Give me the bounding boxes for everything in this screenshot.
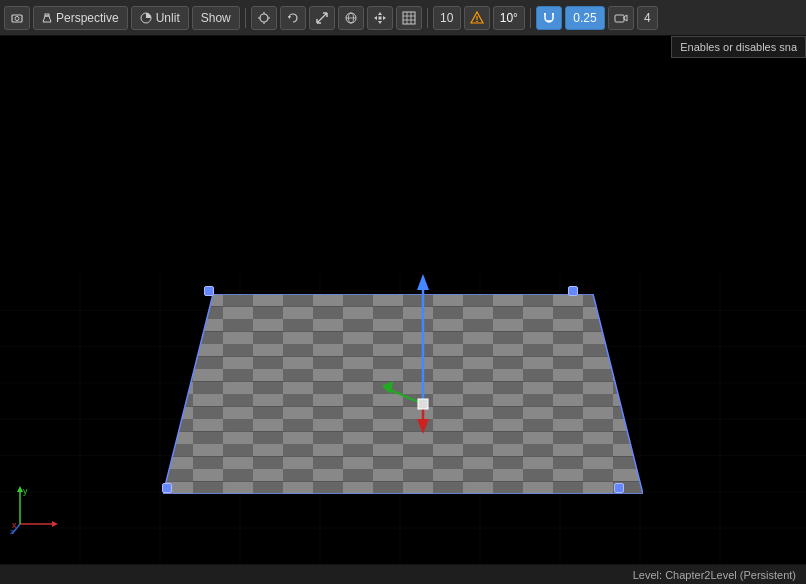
camera2-icon-btn[interactable] bbox=[608, 6, 634, 30]
svg-marker-62 bbox=[417, 419, 429, 434]
snap-icon-btn[interactable] bbox=[536, 6, 562, 30]
svg-rect-35 bbox=[615, 15, 624, 22]
separator-3 bbox=[530, 8, 531, 28]
separator-2 bbox=[427, 8, 428, 28]
corner-handle-tl[interactable] bbox=[204, 286, 214, 296]
show-button[interactable]: Show bbox=[192, 6, 240, 30]
viewport[interactable]: x y z bbox=[0, 36, 806, 564]
perspective-button[interactable]: Perspective bbox=[33, 6, 128, 30]
svg-marker-22 bbox=[383, 16, 386, 20]
transform-gizmo[interactable] bbox=[383, 274, 463, 434]
world-icon-btn[interactable] bbox=[338, 6, 364, 30]
snap-value-text: 0.25 bbox=[573, 11, 596, 25]
grid-icon-btn[interactable] bbox=[396, 6, 422, 30]
svg-point-5 bbox=[260, 14, 268, 22]
svg-marker-21 bbox=[374, 16, 377, 20]
snap-value[interactable]: 0.25 bbox=[565, 6, 605, 30]
svg-line-11 bbox=[317, 13, 327, 23]
svg-rect-24 bbox=[403, 12, 415, 24]
level-label: Level: Chapter2Level (Persistent) bbox=[633, 569, 796, 581]
transform-icon-btn[interactable] bbox=[251, 6, 277, 30]
svg-rect-65 bbox=[418, 399, 428, 409]
angle-value: 10° bbox=[500, 11, 518, 25]
scale-icon-btn[interactable] bbox=[309, 6, 335, 30]
grid-count[interactable]: 10 bbox=[433, 6, 461, 30]
grid-count-value: 10 bbox=[440, 11, 453, 25]
count-text: 4 bbox=[644, 11, 651, 25]
svg-point-1 bbox=[15, 16, 19, 20]
axis-indicator: x y z bbox=[10, 484, 60, 534]
count-value[interactable]: 4 bbox=[637, 6, 658, 30]
svg-marker-2 bbox=[43, 16, 51, 22]
unlit-label: Unlit bbox=[156, 11, 180, 25]
svg-marker-67 bbox=[52, 521, 58, 527]
corner-handle-bl[interactable] bbox=[162, 483, 172, 493]
separator-1 bbox=[245, 8, 246, 28]
svg-marker-19 bbox=[378, 12, 382, 15]
svg-marker-20 bbox=[378, 21, 382, 24]
svg-rect-23 bbox=[378, 16, 381, 19]
svg-rect-3 bbox=[45, 14, 49, 16]
show-label: Show bbox=[201, 11, 231, 25]
rotate-icon-btn[interactable] bbox=[280, 6, 306, 30]
move2-icon-btn[interactable] bbox=[367, 6, 393, 30]
svg-text:y: y bbox=[23, 486, 28, 496]
unlit-button[interactable]: Unlit bbox=[131, 6, 189, 30]
toolbar: Perspective Unlit Show bbox=[0, 0, 806, 36]
svg-point-31 bbox=[476, 20, 478, 22]
svg-text:z: z bbox=[10, 527, 14, 534]
warning-icon-btn[interactable] bbox=[464, 6, 490, 30]
camera-icon-btn[interactable] bbox=[4, 6, 30, 30]
perspective-label: Perspective bbox=[56, 11, 119, 25]
angle-button[interactable]: 10° bbox=[493, 6, 525, 30]
svg-marker-60 bbox=[417, 274, 429, 290]
statusbar: Level: Chapter2Level (Persistent) bbox=[0, 564, 806, 584]
corner-handle-tr[interactable] bbox=[568, 286, 578, 296]
corner-handle-br[interactable] bbox=[614, 483, 624, 493]
svg-marker-64 bbox=[383, 381, 393, 394]
